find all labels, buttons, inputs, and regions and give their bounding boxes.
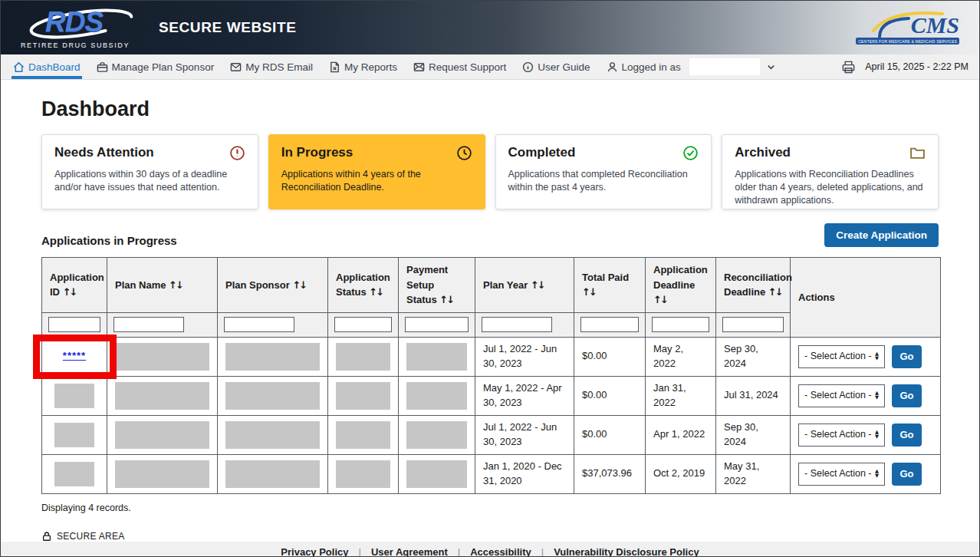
nav-item-label: Manage Plan Sponsor <box>112 61 215 73</box>
sort-icon[interactable]: ↑↓ <box>63 286 77 298</box>
rds-logo: RDS RETIREE DRUG SUBSIDY <box>21 6 142 49</box>
redacted-plan-sponsor <box>225 460 320 488</box>
nav-item-request-support[interactable]: Request Support <box>412 54 508 79</box>
table-section-title: Applications in Progress <box>41 234 177 247</box>
column-application-id[interactable]: Application ID ↑↓ <box>42 258 107 313</box>
filter-plan-year[interactable] <box>482 317 552 332</box>
column-plan-year[interactable]: Plan Year ↑↓ <box>475 258 574 313</box>
select-spinner-icon: ▲▼ <box>875 352 879 361</box>
nav-item-label: My Reports <box>344 61 397 73</box>
folder-icon <box>909 145 926 161</box>
footer-link-user-agreement[interactable]: User Agreement <box>371 546 448 557</box>
logged-in-username-redacted <box>689 58 760 75</box>
cms-logo-tagline: CENTERS FOR MEDICARE & MEDICAID SERVICES <box>856 38 959 44</box>
nav-item-user-guide[interactable]: User Guide <box>521 54 591 79</box>
create-application-button[interactable]: Create Application <box>824 223 939 247</box>
card-completed[interactable]: Completed Applications that completed Re… <box>495 134 712 209</box>
filter-plan-name[interactable] <box>113 317 184 332</box>
card-description: Applications with Reconciliation Deadlin… <box>735 168 926 207</box>
column-application-status[interactable]: Application Status ↑↓ <box>328 258 399 313</box>
nav-item-my-rds-email[interactable]: My RDS Email <box>229 54 314 79</box>
redacted-application-status <box>336 343 390 371</box>
redacted-payment-setup-status <box>406 460 467 488</box>
card-needs-attention[interactable]: Needs Attention Applications within 30 d… <box>41 134 258 209</box>
filter-payment-setup-status[interactable] <box>405 317 469 332</box>
go-button[interactable]: Go <box>892 345 922 368</box>
redacted-application-id <box>54 384 94 408</box>
report-icon <box>329 61 340 73</box>
alert-circle-icon <box>229 145 245 161</box>
go-button[interactable]: Go <box>892 463 922 486</box>
cms-logo: CMS CENTERS FOR MEDICARE & MEDICAID SERV… <box>869 8 959 48</box>
redacted-plan-name <box>115 343 209 371</box>
sort-icon[interactable]: ↑↓ <box>582 286 596 298</box>
select-action-dropdown[interactable]: - Select Action - ▲▼ <box>798 345 885 368</box>
current-datetime: April 15, 2025 - 2:22 PM <box>865 61 968 72</box>
redacted-plan-sponsor <box>225 343 320 371</box>
redacted-application-status <box>336 382 390 410</box>
select-action-dropdown[interactable]: - Select Action - ▲▼ <box>798 384 885 407</box>
main-navigation: DashBoard Manage Plan Sponsor My RDS Ema… <box>1 54 979 80</box>
footer-link-privacy-policy[interactable]: Privacy Policy <box>281 546 348 557</box>
column-plan-name[interactable]: Plan Name ↑↓ <box>107 258 218 313</box>
clock-icon <box>456 145 472 161</box>
footer-separator: | <box>541 546 544 557</box>
select-action-dropdown[interactable]: - Select Action - ▲▼ <box>798 463 885 486</box>
print-icon[interactable] <box>841 60 856 74</box>
filter-application-status[interactable] <box>334 317 392 332</box>
nav-item-dashboard[interactable]: DashBoard <box>12 54 82 79</box>
column-total-paid[interactable]: Total Paid ↑↓ <box>574 258 646 313</box>
page-title: Dashboard <box>41 97 939 121</box>
records-count: Displaying 4 records. <box>41 503 939 513</box>
filter-reconciliation-deadline[interactable] <box>722 317 784 332</box>
nav-item-my-reports[interactable]: My Reports <box>327 54 399 79</box>
select-spinner-icon: ▲▼ <box>875 470 879 478</box>
nav-item-label: Logged in as <box>622 61 681 73</box>
sort-icon[interactable]: ↑↓ <box>439 294 453 305</box>
column-application-deadline[interactable]: Application Deadline ↑↓ <box>646 258 716 313</box>
card-title: Archived <box>735 145 791 160</box>
card-archived[interactable]: Archived Applications with Reconciliatio… <box>722 134 939 209</box>
redacted-application-id <box>54 423 94 447</box>
user-icon <box>607 61 618 73</box>
column-plan-sponsor[interactable]: Plan Sponsor ↑↓ <box>218 258 328 313</box>
nav-item-label: DashBoard <box>28 61 81 73</box>
go-button[interactable]: Go <box>892 424 922 447</box>
filter-total-paid[interactable] <box>580 317 639 332</box>
table-row: Jan 1, 2020 - Dec 31, 2020 $37,073.96 Oc… <box>42 454 941 493</box>
column-header-row: Application ID ↑↓ Plan Name ↑↓ Plan Spon… <box>42 258 941 313</box>
secure-area-label: SECURE AREA <box>57 531 125 542</box>
redacted-application-id <box>54 462 94 486</box>
filter-plan-sponsor[interactable] <box>224 317 294 332</box>
select-action-dropdown[interactable]: - Select Action - ▲▼ <box>798 424 885 447</box>
nav-item-label: Request Support <box>429 61 506 73</box>
redacted-payment-setup-status <box>406 343 467 371</box>
application-deadline-cell: Oct 2, 2019 <box>646 454 716 493</box>
footer-link-accessibility[interactable]: Accessibility <box>470 546 531 557</box>
nav-item-manage-plan-sponsor[interactable]: Manage Plan Sponsor <box>95 54 216 79</box>
footer-link-vulnerability-disclosure[interactable]: Vulnerability Disclosure Policy <box>554 546 699 557</box>
go-button[interactable]: Go <box>892 384 922 407</box>
redacted-plan-sponsor <box>225 421 320 449</box>
sort-icon[interactable]: ↑↓ <box>169 279 183 291</box>
nav-utilities: April 15, 2025 - 2:22 PM <box>841 54 968 79</box>
chevron-down-icon[interactable] <box>767 63 775 71</box>
filter-application-id[interactable] <box>48 317 100 332</box>
nav-item-logged-in-as[interactable]: Logged in as <box>605 54 777 79</box>
sort-icon[interactable]: ↑↓ <box>369 286 383 298</box>
column-payment-setup-status[interactable]: Payment Setup Status ↑↓ <box>399 258 475 313</box>
application-id-link[interactable]: ***** <box>63 350 86 361</box>
card-in-progress[interactable]: In Progress Applications within 4 years … <box>268 134 485 209</box>
card-description: Applications that completed Reconciliati… <box>508 168 699 194</box>
column-reconciliation-deadline[interactable]: Reconciliation Deadline ↑↓ <box>716 258 791 313</box>
sort-icon[interactable]: ↑↓ <box>768 286 782 298</box>
sort-icon[interactable]: ↑↓ <box>653 294 667 305</box>
sort-icon[interactable]: ↑↓ <box>531 279 544 291</box>
plan-year-cell: Jan 1, 2020 - Dec 31, 2020 <box>475 454 574 493</box>
filter-application-deadline[interactable] <box>652 317 709 332</box>
total-paid-cell: $0.00 <box>574 337 646 376</box>
redacted-payment-setup-status <box>406 382 467 410</box>
sort-icon[interactable]: ↑↓ <box>292 279 306 291</box>
nav-item-label: My RDS Email <box>245 61 313 73</box>
support-envelope-icon <box>413 61 425 73</box>
